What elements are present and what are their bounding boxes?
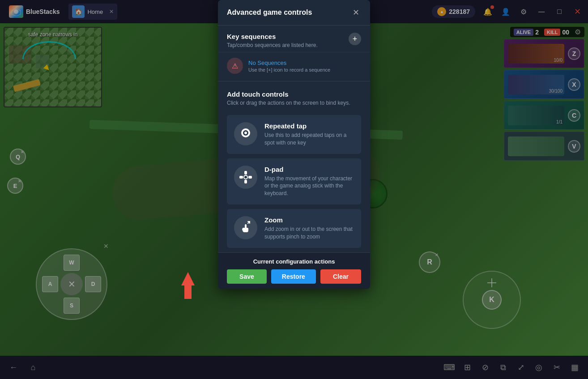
modal-close-button[interactable]: ✕ [350,7,361,18]
zoom-card-icon [234,216,257,239]
zoom-card[interactable]: Zoom Add zoom in or out to the screen th… [227,209,361,248]
repeated-tap-card[interactable]: Repeated tap Use this to add repeated ta… [227,115,361,154]
repeated-tap-name: Repeated tap [264,122,354,130]
svg-rect-6 [244,180,247,183]
repeated-tap-description: Use this to add repeated taps on a spot … [264,132,354,147]
clear-button[interactable]: Clear [320,269,361,284]
zoom-card-description: Add zoom in or out to the screen that su… [264,226,354,241]
no-sequences-description: Use the [+] icon to record a sequence [248,67,330,72]
save-button[interactable]: Save [227,269,267,284]
svg-rect-5 [244,171,247,175]
key-sequences-subtitle: Tap/combo sequences are listed here. [227,42,349,48]
no-sequences-item: ⚠ No Sequences Use the [+] icon to recor… [218,52,370,79]
zoom-card-name: Zoom [264,216,354,224]
advanced-controls-modal: Advanced game controls ✕ Key sequences T… [218,0,370,289]
modal-title: Advanced game controls [227,9,312,17]
svg-point-4 [244,132,247,134]
svg-rect-8 [248,176,252,179]
modal-overlay: Advanced game controls ✕ Key sequences T… [0,0,588,379]
add-touch-subtitle: Click or drag the actions on the screen … [227,100,361,106]
dpad-card-description: Map the movement of your character or th… [264,175,354,197]
dpad-card-info: D-pad Map the movement of your character… [264,166,354,197]
svg-marker-14 [181,272,195,299]
key-sequences-section-header: Key sequences Tap/combo sequences are li… [218,26,370,52]
repeated-tap-icon [234,122,257,145]
footer-actions: Save Restore Clear [227,269,361,284]
no-sequences-icon: ⚠ [227,58,243,74]
add-touch-section: Add touch controls Click or drag the act… [218,83,370,115]
add-sequence-button[interactable]: + [349,33,361,45]
restore-button[interactable]: Restore [271,269,316,284]
modal-header: Advanced game controls ✕ [218,0,370,26]
repeated-tap-info: Repeated tap Use this to add repeated ta… [264,122,354,147]
dpad-card-icon [234,166,257,189]
section-divider [218,81,370,81]
no-sequences-title: No Sequences [248,60,330,66]
svg-rect-7 [239,176,243,179]
red-arrow-indicator [175,272,201,310]
dpad-card[interactable]: D-pad Map the movement of your character… [227,158,361,204]
no-sequences-text: No Sequences Use the [+] icon to record … [248,60,330,72]
dpad-card-name: D-pad [264,166,354,173]
svg-point-10 [244,176,247,179]
key-sequences-title: Key sequences [227,33,349,40]
modal-body: Key sequences Tap/combo sequences are li… [218,26,370,252]
zoom-card-info: Zoom Add zoom in or out to the screen th… [264,216,354,241]
footer-title: Current configuration actions [227,258,361,265]
modal-footer: Current configuration actions Save Resto… [218,252,370,289]
add-touch-title: Add touch controls [227,90,361,98]
